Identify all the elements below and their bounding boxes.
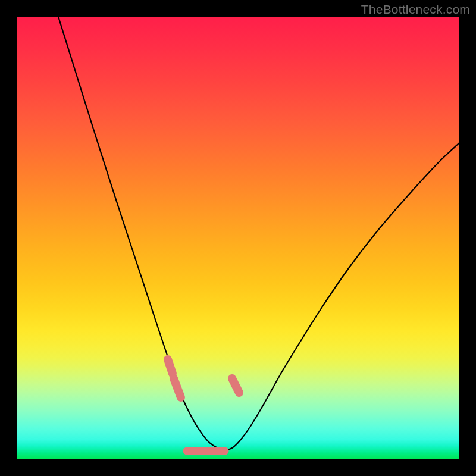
series-left-bead-lower	[174, 378, 181, 397]
outer-frame: TheBottleneck.com	[0, 0, 476, 476]
chart-area	[17, 17, 459, 459]
series-main-curve	[58, 17, 459, 450]
series-left-bead-upper	[168, 359, 173, 374]
watermark-text: TheBottleneck.com	[361, 2, 470, 17]
chart-svg	[17, 17, 459, 459]
series-right-bead	[232, 378, 239, 393]
